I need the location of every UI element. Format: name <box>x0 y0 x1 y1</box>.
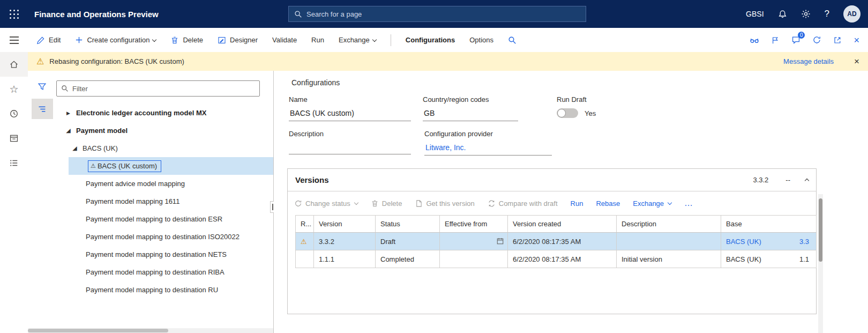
warning-icon: ⚠ <box>91 163 96 169</box>
versions-section: Versions 3.3.2 -- Change status Delete G… <box>287 168 817 314</box>
alerts-bell-icon[interactable] <box>778 10 787 19</box>
global-search-input[interactable] <box>306 10 580 18</box>
tree-item[interactable]: ◢ Payment model <box>56 122 273 139</box>
tree-item[interactable]: Payment model mapping to destination ISO… <box>56 228 273 246</box>
refresh-icon[interactable] <box>812 35 821 45</box>
tree-view-icon[interactable] <box>32 99 53 119</box>
trash-icon <box>371 199 379 208</box>
favorites-star-icon[interactable]: ☆ <box>0 77 28 101</box>
country-input[interactable]: GB <box>423 108 518 121</box>
search-icon <box>508 36 517 45</box>
get-this-version-button[interactable]: Get this version <box>415 199 474 208</box>
collapse-section-icon[interactable] <box>805 179 809 181</box>
name-input[interactable]: BACS (UK custom) <box>289 108 411 121</box>
col-status[interactable]: Status <box>376 216 440 233</box>
col-rebase[interactable]: R... <box>296 216 314 233</box>
message-close-icon[interactable]: × <box>854 57 859 66</box>
col-description[interactable]: Description <box>617 216 721 233</box>
run-draft-toggle[interactable] <box>557 108 578 118</box>
cell-version: 1.1.1 <box>314 250 376 268</box>
tree-item[interactable]: Payment model mapping to destination RIB… <box>56 263 273 281</box>
open-new-window-icon[interactable] <box>833 36 842 45</box>
tree-item[interactable]: Payment model mapping to destination RU <box>56 281 273 299</box>
workspaces-icon[interactable] <box>0 126 28 151</box>
designer-button[interactable]: Designer <box>218 36 258 45</box>
plus-icon <box>75 36 83 44</box>
rebase-button[interactable]: Rebase <box>596 199 620 208</box>
compare-with-draft-button[interactable]: Compare with draft <box>488 199 558 208</box>
scrollbar-thumb[interactable] <box>28 329 168 332</box>
environment-label[interactable]: GBSI <box>746 10 764 18</box>
description-input[interactable] <box>289 143 411 154</box>
message-center-icon[interactable]: 0 <box>791 35 800 45</box>
tree-item[interactable]: Payment advice model mapping <box>56 175 273 193</box>
col-effective-from[interactable]: Effective from <box>440 216 508 233</box>
versions-title[interactable]: Versions <box>295 175 329 184</box>
tree-item[interactable]: Payment model mapping to destination ESR <box>56 210 273 228</box>
base-configuration-link[interactable]: BACS (UK) <box>726 255 761 263</box>
configurations-menu[interactable]: Configurations <box>406 36 455 44</box>
version-run-button[interactable]: Run <box>571 199 583 208</box>
version-delete-button[interactable]: Delete <box>371 199 402 208</box>
edit-button[interactable]: Edit <box>36 36 61 45</box>
tree-item[interactable]: ▶ Electronic ledger accounting model MX <box>56 104 273 122</box>
cell-base: BACS (UK) 3.3 <box>721 233 817 250</box>
settings-gear-icon[interactable] <box>801 9 811 19</box>
configuration-details-panel: Configurations Name BACS (UK custom) Cou… <box>274 71 868 333</box>
version-exchange-button[interactable]: Exchange <box>633 199 671 208</box>
scrollbar-thumb[interactable] <box>819 198 822 262</box>
cell-base: BACS (UK) 1.1 <box>721 250 817 268</box>
run-draft-value: Yes <box>585 109 596 117</box>
filter-funnel-icon[interactable] <box>32 76 53 97</box>
app-title[interactable]: Finance and Operations Preview <box>34 10 159 19</box>
message-details-link[interactable]: Message details <box>783 57 834 65</box>
actionbar-search-button[interactable] <box>508 36 517 45</box>
more-commands-icon[interactable]: … <box>684 198 694 208</box>
cell-effective-from[interactable] <box>440 233 508 250</box>
user-avatar[interactable]: AD <box>843 5 860 23</box>
modules-list-icon[interactable] <box>0 151 28 175</box>
col-base[interactable]: Base <box>721 216 817 233</box>
expander-expanded-icon[interactable]: ◢ <box>72 145 78 152</box>
col-version[interactable]: Version <box>314 216 376 233</box>
expand-menu-icon[interactable] <box>0 28 28 52</box>
options-menu[interactable]: Options <box>469 36 493 44</box>
tree-item-selected[interactable]: ⚠ BACS (UK custom) <box>69 157 273 175</box>
tree-item[interactable]: Payment model mapping to destination NET… <box>56 246 273 263</box>
expander-collapsed-icon[interactable]: ▶ <box>65 110 71 116</box>
cell-description <box>617 233 721 250</box>
validate-button[interactable]: Validate <box>272 36 297 44</box>
tree-item[interactable]: Payment model mapping 1611 <box>56 193 273 210</box>
run-button[interactable]: Run <box>311 36 324 44</box>
col-version-created[interactable]: Version created <box>508 216 617 233</box>
trash-icon <box>170 36 179 45</box>
change-status-button[interactable]: Change status <box>294 199 358 208</box>
base-configuration-link[interactable]: BACS (UK) <box>726 238 761 246</box>
exchange-button[interactable]: Exchange <box>339 36 376 44</box>
global-search-box[interactable] <box>288 6 586 22</box>
tree-filter-box[interactable] <box>56 80 260 97</box>
recent-clock-icon[interactable] <box>0 101 28 126</box>
calendar-icon[interactable] <box>496 237 504 245</box>
close-icon[interactable]: × <box>854 35 859 45</box>
version-row[interactable]: ⚠ 3.3.2 Draft 6/2/2020 08:17:35 AM BACS … <box>296 233 817 250</box>
versions-toolbar: Change status Delete Get this version Co… <box>288 191 816 215</box>
version-row[interactable]: 1.1.1 Completed 6/2/2020 08:17:35 AM Ini… <box>296 250 817 268</box>
create-configuration-button[interactable]: Create configuration <box>75 36 156 44</box>
left-navigation-rail: ☆ <box>0 28 28 333</box>
flag-icon[interactable] <box>771 36 780 45</box>
provider-link[interactable]: Litware, Inc. <box>424 143 552 156</box>
tree-item[interactable]: ◢ BACS (UK) <box>56 139 273 157</box>
tree-filter-input[interactable] <box>72 85 255 93</box>
delete-button[interactable]: Delete <box>170 36 203 45</box>
vertical-scrollbar[interactable] <box>818 194 823 333</box>
app-launcher-icon[interactable] <box>0 0 28 28</box>
base-version: 1.1 <box>799 255 811 263</box>
horizontal-scrollbar[interactable] <box>28 328 273 333</box>
help-icon[interactable]: ? <box>825 9 829 19</box>
notification-badge: 0 <box>798 32 805 39</box>
section-title: Configurations <box>291 78 340 87</box>
expander-expanded-icon[interactable]: ◢ <box>65 127 71 134</box>
view-glasses-icon[interactable] <box>750 35 759 45</box>
home-icon[interactable] <box>0 52 28 77</box>
